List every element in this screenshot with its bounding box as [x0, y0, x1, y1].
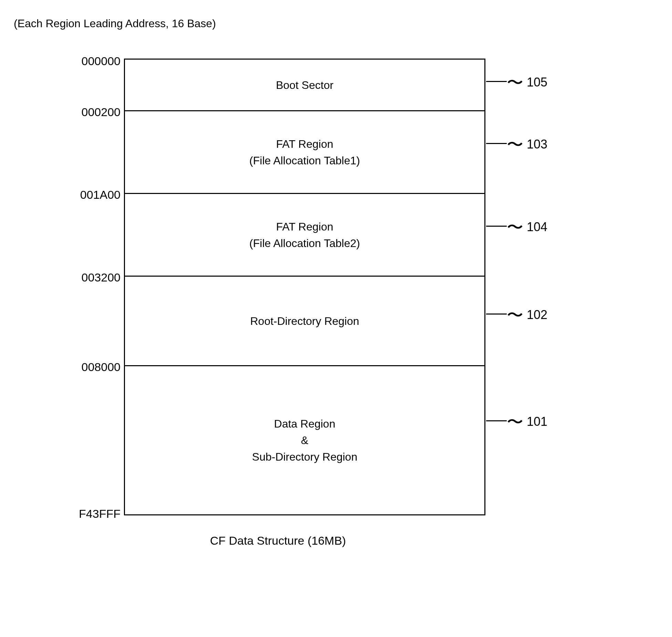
region-sublabel: & [301, 432, 308, 449]
region-label: FAT Region [276, 136, 333, 152]
region-fat1: FAT Region (File Allocation Table1) [125, 111, 484, 194]
region-sublabel: (File Allocation Table1) [249, 152, 360, 169]
address-5: F43FFF [59, 507, 120, 521]
ref-103: 103 [527, 137, 547, 152]
region-label: FAT Region [276, 218, 333, 235]
region-label: Boot Sector [276, 77, 333, 93]
tilde-icon: 〜 [507, 216, 523, 238]
ref-102: 102 [527, 308, 547, 322]
address-0: 000000 [59, 54, 120, 68]
tilde-icon: 〜 [507, 72, 523, 94]
ref-105: 105 [527, 75, 547, 90]
region-data: Data Region & Sub-Directory Region [125, 366, 484, 514]
address-2: 001A00 [59, 188, 120, 202]
address-1: 000200 [59, 105, 120, 119]
tilde-icon: 〜 [507, 411, 523, 433]
ref-101: 101 [527, 414, 547, 429]
tilde-icon: 〜 [507, 134, 523, 156]
tilde-icon: 〜 [507, 304, 523, 326]
region-root-directory: Root-Directory Region [125, 277, 484, 366]
address-4: 008000 [59, 360, 120, 374]
diagram-container: (Each Region Leading Address, 16 Base) 0… [14, 14, 658, 624]
header-text: (Each Region Leading Address, 16 Base) [14, 17, 216, 30]
region-label: Root-Directory Region [250, 313, 359, 329]
lead-line [486, 226, 507, 227]
region-sublabel: Sub-Directory Region [252, 449, 357, 465]
region-label: Data Region [274, 415, 335, 432]
ref-104: 104 [527, 220, 547, 234]
caption-text: CF Data Structure (16MB) [210, 534, 346, 547]
region-boot-sector: Boot Sector [125, 60, 484, 111]
address-3: 003200 [59, 271, 120, 284]
lead-line [486, 143, 507, 144]
lead-line [486, 420, 507, 421]
region-fat2: FAT Region (File Allocation Table2) [125, 194, 484, 277]
lead-line [486, 81, 507, 82]
lead-line [486, 314, 507, 315]
memory-map: Boot Sector FAT Region (File Allocation … [124, 59, 485, 515]
region-sublabel: (File Allocation Table2) [249, 235, 360, 251]
